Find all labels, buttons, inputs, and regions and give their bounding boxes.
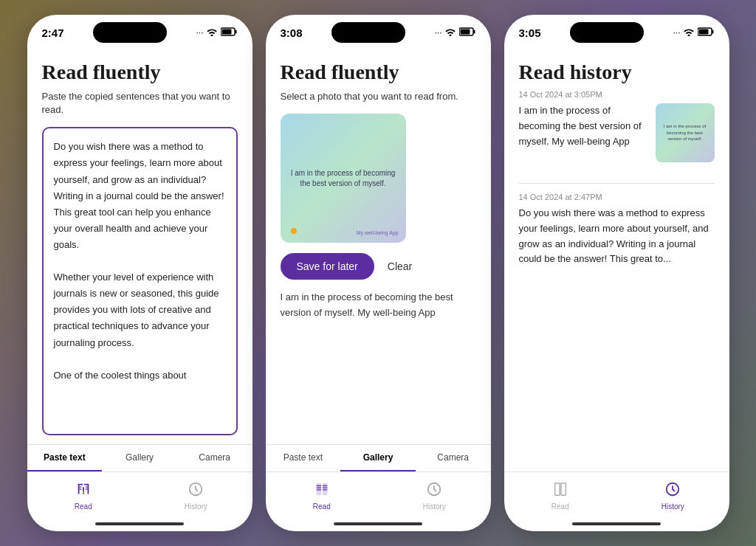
save-for-later-button[interactable]: Save for later xyxy=(281,253,374,280)
status-icons-2: ··· xyxy=(434,27,475,38)
nav-history-3[interactable]: History xyxy=(616,478,729,514)
nav-read-3[interactable]: Read xyxy=(504,478,617,514)
home-bar-2 xyxy=(334,522,422,525)
tab-paste-text-1[interactable]: Paste text xyxy=(27,445,103,471)
source-tabs-2: Paste text Gallery Camera xyxy=(266,444,491,471)
bottom-nav-3: Read History xyxy=(504,471,729,516)
status-pill-2 xyxy=(331,22,405,43)
svg-rect-1 xyxy=(236,30,237,33)
wifi-icon-3 xyxy=(683,27,695,38)
home-indicator-3 xyxy=(504,516,729,531)
image-caption: I am in the process of becoming the best… xyxy=(291,168,396,189)
tab-paste-text-2[interactable]: Paste text xyxy=(266,445,341,471)
svg-rect-2 xyxy=(222,29,232,34)
svg-rect-12 xyxy=(461,29,470,34)
nav-history-label-2: History xyxy=(423,502,446,511)
phone-3: 3:05 ··· Read history 14 Oct 2024 at 3:0… xyxy=(504,15,729,531)
status-pill-3 xyxy=(570,22,644,43)
phone-2: 3:08 ··· Read fluently Select a photo th… xyxy=(266,15,491,531)
image-dot xyxy=(291,228,297,234)
svg-rect-11 xyxy=(474,30,475,33)
dots-icon: ··· xyxy=(196,27,203,38)
phone3-content: Read history 14 Oct 2024 at 3:05PM I am … xyxy=(504,47,729,471)
status-time-1: 2:47 xyxy=(42,27,64,39)
source-tabs-1: Paste text Gallery Camera xyxy=(27,444,252,471)
page-subtitle-1: Paste the copied sentences that you want… xyxy=(42,90,238,117)
svg-rect-4 xyxy=(79,488,81,488)
tab-gallery-1[interactable]: Gallery xyxy=(102,445,177,471)
wifi-icon-2 xyxy=(444,27,456,38)
image-badge: My well-being App xyxy=(357,230,399,235)
status-bar-1: 2:47 ··· xyxy=(27,15,252,47)
svg-rect-25 xyxy=(554,483,559,496)
home-indicator-2 xyxy=(266,516,491,531)
status-time-2: 3:08 xyxy=(281,27,303,39)
battery-icon xyxy=(221,27,237,38)
svg-rect-13 xyxy=(316,483,320,496)
nav-read-label-3: Read xyxy=(551,502,569,511)
svg-rect-7 xyxy=(86,488,88,488)
svg-rect-26 xyxy=(561,483,566,496)
nav-history-label-3: History xyxy=(662,502,684,511)
nav-read-2[interactable]: Read xyxy=(266,478,379,514)
nav-history-2[interactable]: History xyxy=(378,478,491,514)
history-row-2: Do you wish there was a method to expres… xyxy=(519,206,715,267)
phone1-content: Read fluently Paste the copied sentences… xyxy=(27,47,252,444)
nav-read-1[interactable]: Read xyxy=(27,478,140,514)
phone-1: 2:47 ··· Read fluently Paste the copied … xyxy=(27,15,252,531)
status-icons-3: ··· xyxy=(673,27,714,38)
history-text-2: Do you wish there was a method to expres… xyxy=(519,206,715,267)
svg-rect-6 xyxy=(86,486,88,487)
history-row-1: I am in the process of becoming the best… xyxy=(519,103,715,162)
nav-history-1[interactable]: History xyxy=(140,478,252,514)
history-entry-2: 14 Oct 2024 at 2:47PM Do you wish there … xyxy=(519,193,715,267)
history-thumb-1[interactable]: I am in the process of becoming the best… xyxy=(656,103,715,162)
page-title-3: Read history xyxy=(519,61,715,84)
history-timestamp-1: 14 Oct 2024 at 3:05PM xyxy=(519,90,715,99)
page-title-2: Read fluently xyxy=(281,61,476,84)
read-icon-2 xyxy=(314,481,330,501)
battery-icon-3 xyxy=(698,27,714,38)
home-indicator-1 xyxy=(27,516,252,531)
svg-rect-24 xyxy=(699,29,709,34)
home-bar-1 xyxy=(95,522,184,525)
text-input-area-1[interactable]: Do you wish there was a method to expres… xyxy=(42,127,238,435)
svg-rect-5 xyxy=(79,489,81,490)
bottom-nav-1: Read History xyxy=(27,471,252,516)
dots-icon-3: ··· xyxy=(673,27,680,38)
tab-gallery-2[interactable]: Gallery xyxy=(340,445,416,471)
status-bar-3: 3:05 ··· xyxy=(504,15,729,47)
selected-image[interactable]: I am in the process of becoming the best… xyxy=(281,114,406,243)
status-icons-1: ··· xyxy=(196,27,237,38)
battery-icon-2 xyxy=(459,27,475,38)
tab-camera-1[interactable]: Camera xyxy=(177,445,252,471)
nav-read-label-1: Read xyxy=(75,502,92,511)
bottom-nav-2: Read History xyxy=(266,471,491,516)
history-icon-1 xyxy=(188,481,204,501)
clear-button[interactable]: Clear xyxy=(382,253,418,280)
status-time-3: 3:05 xyxy=(519,27,541,39)
page-subtitle-2: Select a photo that you want to read fro… xyxy=(281,90,476,103)
status-pill-1 xyxy=(93,22,167,43)
nav-read-label-2: Read xyxy=(313,502,331,511)
divider-1 xyxy=(519,183,715,184)
home-bar-3 xyxy=(572,522,661,525)
history-text-1: I am in the process of becoming the best… xyxy=(519,103,648,149)
history-icon-3 xyxy=(664,481,681,501)
page-title-1: Read fluently xyxy=(42,61,238,84)
read-icon-1 xyxy=(75,481,92,501)
history-thumb-text-1: I am in the process of becoming the best… xyxy=(660,123,710,142)
dots-icon-2: ··· xyxy=(434,27,441,38)
read-icon-3 xyxy=(552,481,568,501)
history-timestamp-2: 14 Oct 2024 at 2:47PM xyxy=(519,193,715,201)
gallery-image-area: I am in the process of becoming the best… xyxy=(281,114,476,321)
phone2-content: Read fluently Select a photo that you wa… xyxy=(266,47,491,444)
history-entry-1: 14 Oct 2024 at 3:05PM I am in the proces… xyxy=(519,90,715,162)
svg-rect-14 xyxy=(323,483,327,496)
nav-history-label-1: History xyxy=(185,502,207,511)
wifi-icon xyxy=(206,27,218,38)
action-buttons: Save for later Clear xyxy=(281,253,419,280)
tab-camera-2[interactable]: Camera xyxy=(416,445,491,471)
svg-rect-3 xyxy=(79,486,81,487)
svg-rect-8 xyxy=(86,489,88,490)
